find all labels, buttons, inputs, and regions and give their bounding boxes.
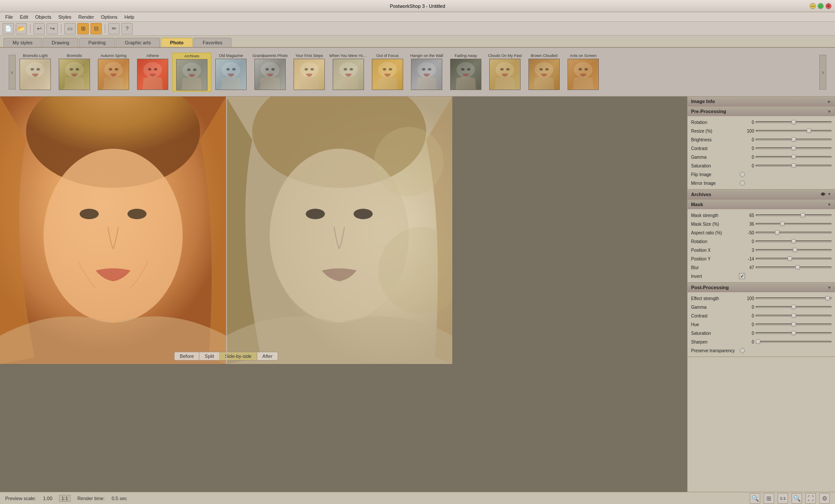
gamma-post-thumb[interactable] [792,305,796,309]
mask-rotation-thumb[interactable] [792,239,796,244]
scale-1to1-button[interactable]: 1:1 [59,495,70,502]
style-item-autumn-spring[interactable]: Autumn Spring [94,53,133,92]
menu-render[interactable]: Render [75,13,97,20]
view-side-by-side-button[interactable]: Side-by-side [220,352,257,360]
gamma-post-slider[interactable] [756,304,832,310]
strip-next-arrow[interactable]: › [819,55,826,90]
archives-header[interactable]: Archives 👁 ▼ [688,190,835,199]
effect-strength-thumb[interactable] [825,296,830,300]
select-all-button[interactable]: ⊞ [77,23,89,34]
sharpen-thumb[interactable] [756,340,760,344]
menu-objects[interactable]: Objects [32,13,55,20]
saturation-pre-thumb[interactable] [792,164,796,168]
rotation-slider[interactable] [756,120,832,125]
zoom-in-button[interactable]: 🔍 [792,493,802,504]
select-rect-button[interactable]: ▭ [64,23,76,34]
sharpen-slider[interactable] [756,339,832,344]
close-button[interactable]: × [825,3,832,9]
menu-styles[interactable]: Styles [55,13,75,20]
minimize-button[interactable]: ─ [810,3,816,9]
menu-help[interactable]: Help [121,13,138,20]
new-button[interactable]: 📄 [3,23,14,34]
mask-strength-thumb[interactable] [801,213,805,217]
style-item-bromolis-light[interactable]: Bromolis Light [16,53,55,92]
tab-graphic-arts[interactable]: Graphic arts [116,38,160,47]
tab-my-styles[interactable]: My styles [3,38,42,47]
preserve-transparency-radio[interactable] [740,348,745,353]
style-item-clouds-on-my-past[interactable]: Clouds On My Past [485,53,524,92]
position-x-slider[interactable] [756,247,832,253]
style-item-ants-on-screen[interactable]: Ants on Screen [564,53,603,92]
tab-photo[interactable]: Photo [161,38,193,47]
saturation-post-thumb[interactable] [792,331,796,335]
tab-favorites[interactable]: Favorites [194,38,231,47]
saturation-pre-slider[interactable] [756,163,832,168]
resize-slider[interactable] [756,128,832,134]
menu-options[interactable]: Options [97,13,121,20]
hue-thumb[interactable] [792,322,796,327]
blur-thumb[interactable] [795,265,800,270]
style-item-fading-away[interactable]: Fading Away [446,53,485,92]
zoom-1to1-button[interactable]: 1:1 [778,493,788,504]
zoom-out-button[interactable]: 🔍 [750,493,760,504]
redo-button[interactable]: ↪ [47,23,58,34]
open-button[interactable]: 📂 [16,23,27,34]
contrast-pre-slider[interactable] [756,146,832,151]
view-split-button[interactable]: Split [200,352,220,360]
view-before-button[interactable]: Before [174,352,199,360]
tab-drawing[interactable]: Drawing [43,38,78,47]
style-item-bromolis[interactable]: Bromolis [55,53,94,92]
mask-size-thumb[interactable] [780,222,785,226]
brightness-slider[interactable] [756,137,832,142]
style-item-brown-clouded[interactable]: Brown Clouded [524,53,564,92]
hue-slider[interactable] [756,322,832,327]
effect-strength-slider[interactable] [756,296,832,301]
style-item-archives[interactable]: Archives [172,53,211,92]
position-y-slider[interactable] [756,256,832,261]
select-grid-button[interactable]: ⊟ [90,23,102,34]
zoom-fit-button[interactable]: ⊞ [764,493,774,504]
style-item-hangin-on-wall[interactable]: Hangin on the Wall [407,53,446,92]
rotation-thumb[interactable] [792,120,796,124]
tab-painting[interactable]: Painting [79,38,115,47]
undo-button[interactable]: ↩ [33,23,45,34]
style-item-out-of-focus[interactable]: Out of Focus [368,53,407,92]
contrast-post-thumb[interactable] [792,314,796,318]
maximize-button[interactable]: □ [818,3,824,9]
position-y-thumb[interactable] [788,257,792,261]
mask-size-slider[interactable] [756,221,832,227]
saturation-post-slider[interactable] [756,330,832,336]
flip-radio[interactable] [740,172,745,177]
strip-prev-arrow[interactable]: ‹ [9,55,16,90]
contrast-pre-thumb[interactable] [792,146,796,150]
mask-strength-slider[interactable] [756,213,832,218]
image-info-header[interactable]: Image Info ► [688,97,835,106]
settings-button[interactable]: ⚙ [819,493,830,504]
contrast-post-slider[interactable] [756,313,832,318]
style-item-athene[interactable]: Athene [133,53,172,92]
aspect-ratio-slider[interactable] [756,230,832,235]
brightness-thumb[interactable] [792,137,796,142]
menu-file[interactable]: File [2,13,17,20]
gamma-pre-thumb[interactable] [792,155,796,159]
archives-eye-icon[interactable]: 👁 [821,192,825,197]
gamma-pre-slider[interactable] [756,154,832,160]
style-item-old-magazine[interactable]: Old Magazine [211,53,250,92]
style-item-grandparents-photo[interactable]: Grandparents Photo [250,53,290,92]
help-button[interactable]: ? [121,23,133,34]
mask-rotation-slider[interactable] [756,239,832,244]
menu-edit[interactable]: Edit [17,13,32,20]
invert-checkbox[interactable]: ✓ [739,273,745,279]
post-processing-header[interactable]: Post-Processing ▼ [688,283,835,292]
mirror-radio[interactable] [740,180,745,186]
view-after-button[interactable]: After [257,352,277,360]
mask-header[interactable]: Mask ▼ [688,200,835,209]
fullscreen-button[interactable]: ⛶ [805,493,816,504]
draw-button[interactable]: ✏ [108,23,120,34]
style-item-your-first-steps[interactable]: Your First Steps [290,53,329,92]
position-x-thumb[interactable] [793,248,797,252]
style-item-when-you-were-young[interactable]: When You Were Young [329,53,368,92]
resize-thumb[interactable] [807,129,811,133]
blur-slider[interactable] [756,265,832,270]
aspect-ratio-thumb[interactable] [775,230,779,235]
